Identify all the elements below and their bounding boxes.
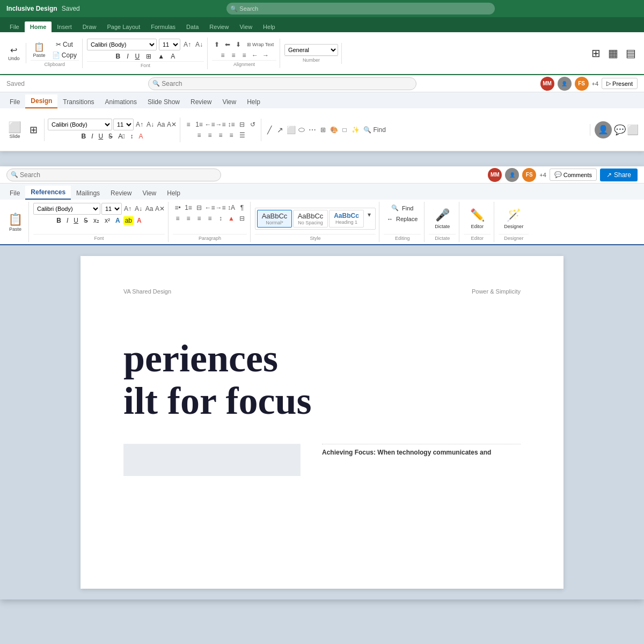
word-comments-btn[interactable]: 💬 Comments: [550, 169, 597, 181]
excel-underline-btn[interactable]: U: [133, 52, 142, 61]
excel-align-middle[interactable]: ⬅: [223, 40, 232, 49]
ppt-avatar-mm[interactable]: MM: [540, 77, 554, 91]
ppt-tab-review[interactable]: Review: [185, 96, 217, 108]
ppt-strikethrough-btn[interactable]: S̶: [106, 131, 115, 141]
ppt-tab-view[interactable]: View: [217, 96, 241, 108]
excel-tab-help[interactable]: Help: [258, 21, 281, 32]
word-style-heading1[interactable]: AaBbCc Heading 1: [329, 210, 364, 228]
word-tab-references[interactable]: References: [25, 186, 71, 200]
excel-fillcolor-btn[interactable]: ▲: [156, 52, 166, 61]
ppt-spacing-btn[interactable]: ↕: [128, 131, 136, 141]
ppt-align-center[interactable]: ≡: [205, 130, 215, 140]
ppt-avatar-user[interactable]: 👤: [558, 77, 572, 91]
excel-cut-btn[interactable]: ✂ Cut: [50, 40, 79, 49]
ppt-find-btn[interactable]: 🔍 Find: [361, 125, 388, 135]
word-fontsize-selector[interactable]: 11: [101, 203, 122, 215]
ppt-tab-help[interactable]: Help: [241, 96, 266, 108]
word-align-left2[interactable]: ≡: [173, 214, 182, 223]
excel-fontcolor-btn[interactable]: A: [169, 52, 177, 61]
word-search-input[interactable]: [6, 169, 221, 181]
ppt-present-btn[interactable]: ▷ Present: [602, 78, 638, 89]
ppt-fontsize-reset[interactable]: Aa: [156, 120, 166, 129]
word-style-nospacing[interactable]: AaBbCc No Spacing: [293, 210, 328, 228]
word-designer-btn[interactable]: 🪄 Designer: [499, 206, 529, 231]
excel-tab-review[interactable]: Review: [204, 21, 234, 32]
ppt-tab-slideshow[interactable]: Slide Show: [142, 96, 185, 108]
word-italic-btn[interactable]: I: [64, 216, 70, 225]
ppt-numbering-btn[interactable]: 1≡: [194, 120, 204, 129]
excel-fontsize-selector[interactable]: 11: [159, 39, 180, 50]
ppt-tab-transitions[interactable]: Transitions: [57, 96, 99, 108]
ppt-underline-btn[interactable]: U: [96, 131, 105, 141]
ppt-tab-file[interactable]: File: [4, 96, 25, 108]
word-underline-btn[interactable]: U: [71, 216, 80, 225]
ppt-comment-icon[interactable]: 💬: [615, 125, 625, 135]
word-bullets-btn[interactable]: ≡•: [173, 203, 182, 213]
excel-border-btn[interactable]: ⊞: [144, 52, 153, 61]
word-align-just2[interactable]: ≡: [205, 214, 215, 223]
word-bold-btn[interactable]: B: [54, 216, 63, 225]
word-share-btn[interactable]: ↗ Share: [600, 169, 638, 181]
ppt-font-selector[interactable]: Calibri (Body): [48, 119, 112, 130]
excel-align-bottom[interactable]: ⬇: [233, 40, 243, 49]
excel-indent-dec[interactable]: ←: [250, 50, 260, 60]
ppt-arrange-btn[interactable]: ⊞: [318, 125, 328, 135]
excel-align-left[interactable]: ≡: [218, 50, 228, 60]
excel-font-selector[interactable]: Calibri (Body): [87, 39, 157, 50]
excel-tab-view[interactable]: View: [234, 21, 258, 32]
word-styles-more[interactable]: ▾: [365, 210, 374, 219]
ppt-align-justify[interactable]: ≡: [226, 130, 236, 140]
ppt-smartart[interactable]: ☰: [237, 130, 247, 140]
word-case-btn[interactable]: Aa: [144, 204, 154, 214]
word-fontcolor-btn[interactable]: A: [135, 216, 144, 225]
ppt-fontsize-decrease[interactable]: A↓: [145, 120, 155, 129]
word-numbering-btn[interactable]: 1≡: [184, 203, 193, 213]
word-align-center2[interactable]: ≡: [184, 214, 193, 223]
ppt-align-left[interactable]: ≡: [194, 130, 204, 140]
word-tab-help[interactable]: Help: [162, 187, 186, 200]
word-font-selector[interactable]: Calibri (Body): [33, 203, 100, 215]
word-clear-format-btn[interactable]: A✕: [155, 204, 165, 214]
word-avatar-user[interactable]: 👤: [505, 168, 519, 182]
word-avatar-fs[interactable]: FS: [522, 168, 536, 182]
word-indent-dec2[interactable]: ←≡: [205, 203, 215, 213]
ppt-align-right[interactable]: ≡: [216, 130, 225, 140]
word-linespace-btn[interactable]: ↕: [216, 214, 225, 223]
excel-number-format[interactable]: General: [284, 44, 338, 56]
word-border-btn2[interactable]: ⊟: [237, 214, 247, 223]
ppt-shape-more[interactable]: ⋯: [308, 125, 317, 135]
word-find-btn[interactable]: 🔍 Find: [388, 203, 416, 213]
ppt-effects-btn[interactable]: ✨: [350, 125, 360, 135]
word-shading-btn[interactable]: ▲: [226, 214, 236, 223]
ppt-text-direction[interactable]: ↺: [248, 120, 258, 129]
excel-tab-formulas[interactable]: Formulas: [145, 21, 181, 32]
excel-search-input[interactable]: [226, 3, 495, 14]
ppt-indent-dec[interactable]: ←≡: [205, 120, 215, 129]
word-pilcrow-btn[interactable]: ¶: [237, 203, 247, 213]
excel-table-btn[interactable]: ⊞: [588, 46, 603, 61]
word-texteffect-btn[interactable]: A: [113, 216, 122, 225]
excel-tab-insert[interactable]: Insert: [52, 21, 77, 32]
word-avatar-mm[interactable]: MM: [488, 168, 502, 182]
excel-bold-btn[interactable]: B: [114, 52, 123, 61]
ppt-table-btn[interactable]: ⊞: [26, 123, 41, 137]
excel-fontsize-increase[interactable]: A↑: [182, 40, 192, 49]
word-strikethrough-btn[interactable]: S̶: [82, 216, 90, 225]
ppt-shape-line[interactable]: ╱: [265, 125, 274, 135]
word-multilevel-btn[interactable]: ⊟: [194, 203, 204, 213]
ppt-window-icon[interactable]: ⬜: [628, 125, 638, 135]
word-align-right2[interactable]: ≡: [194, 214, 204, 223]
excel-fontsize-decrease[interactable]: A↓: [194, 40, 204, 49]
excel-paste-btn[interactable]: 📋 Paste: [31, 41, 48, 59]
ppt-columns-btn[interactable]: ⊟: [237, 120, 247, 129]
word-subscript-btn[interactable]: x₂: [91, 216, 101, 225]
word-replace-btn[interactable]: ↔ Replace: [384, 214, 421, 224]
word-fontsize-inc[interactable]: A↑: [123, 204, 133, 214]
excel-copy-btn[interactable]: 📄 Copy: [50, 50, 79, 60]
ppt-avatar-fs[interactable]: FS: [575, 77, 589, 91]
ppt-indent-inc[interactable]: →≡: [216, 120, 225, 129]
ppt-shadow-btn[interactable]: A⃞: [116, 131, 127, 141]
word-sort-btn[interactable]: ↕A: [226, 203, 236, 213]
ppt-bullets-btn[interactable]: ≡: [184, 120, 193, 129]
word-highlight-btn[interactable]: ab: [123, 216, 134, 225]
